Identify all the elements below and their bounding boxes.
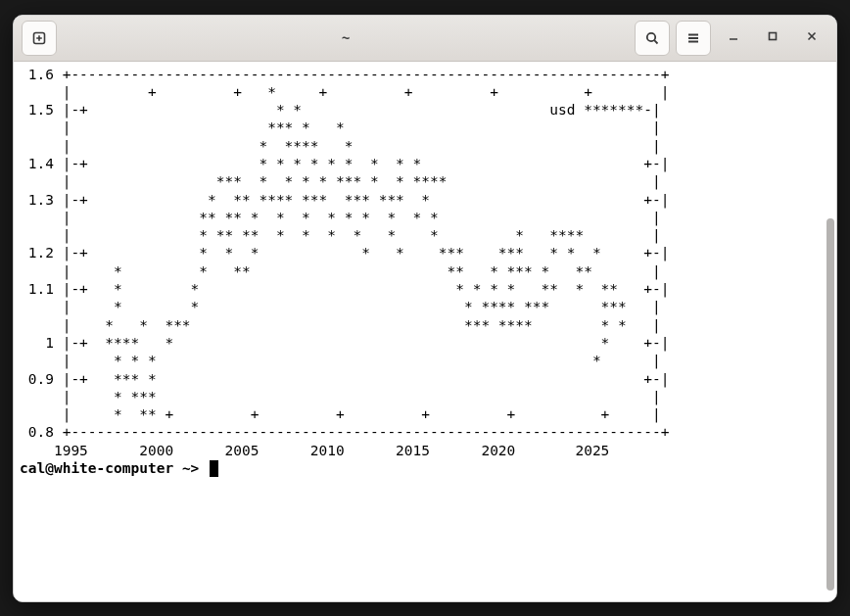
- search-icon: [644, 30, 660, 46]
- hamburger-icon: [685, 30, 701, 46]
- close-icon: [805, 29, 819, 47]
- svg-point-3: [647, 32, 655, 40]
- maximize-icon: [766, 29, 779, 47]
- maximize-button[interactable]: [756, 22, 789, 55]
- terminal-window: ~: [13, 15, 837, 602]
- minimize-button[interactable]: [717, 22, 750, 55]
- terminal-viewport[interactable]: 1.6 +-----------------------------------…: [14, 62, 836, 601]
- svg-line-4: [654, 40, 657, 43]
- new-tab-button[interactable]: [22, 21, 57, 56]
- prompt-user-host: cal@white-computer: [20, 459, 173, 477]
- menu-button[interactable]: [676, 21, 711, 56]
- cursor-block: [210, 460, 218, 477]
- search-button[interactable]: [635, 21, 670, 56]
- svg-rect-9: [770, 32, 777, 39]
- scroll-thumb[interactable]: [826, 218, 834, 591]
- new-tab-icon: [31, 30, 47, 46]
- close-button[interactable]: [795, 22, 828, 55]
- scrollbar[interactable]: [824, 62, 836, 601]
- prompt-line[interactable]: cal@white-computer ~ >: [14, 459, 836, 477]
- titlebar: ~: [14, 16, 836, 62]
- window-title: ~: [63, 30, 629, 46]
- prompt-symbol: >: [191, 459, 200, 477]
- prompt-path: ~: [182, 459, 191, 477]
- ascii-chart: 1.6 +-----------------------------------…: [14, 62, 836, 460]
- minimize-icon: [727, 29, 740, 47]
